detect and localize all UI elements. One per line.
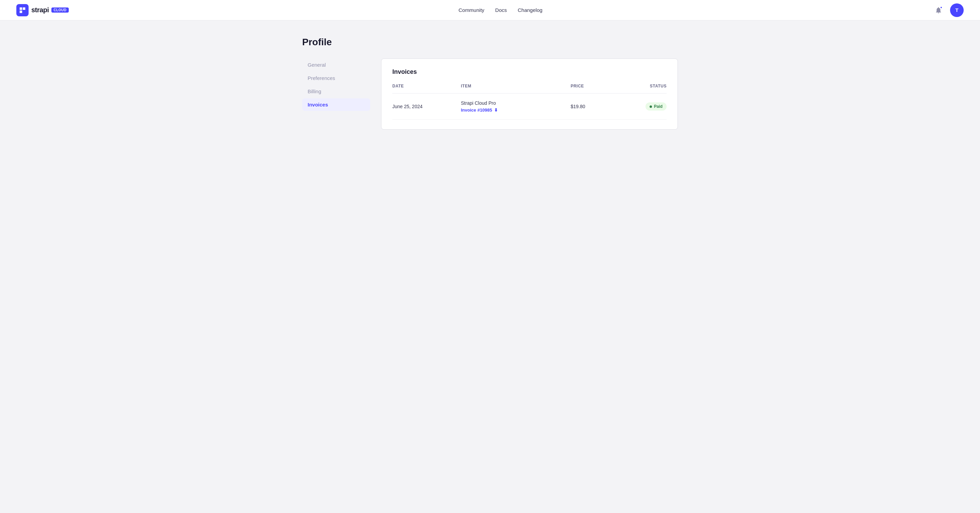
main-content: Invoices DATE ITEM PRICE STATUS June 25,…: [381, 59, 678, 130]
table-header-row: DATE ITEM PRICE STATUS: [392, 84, 667, 94]
invoice-download-link[interactable]: Invoice #10985 ⬇: [461, 108, 498, 113]
table-head: DATE ITEM PRICE STATUS: [392, 84, 667, 94]
table-row: June 25, 2024 Strapi Cloud Pro Invoice #…: [392, 94, 667, 120]
table-body: June 25, 2024 Strapi Cloud Pro Invoice #…: [392, 94, 667, 120]
invoice-date: June 25, 2024: [392, 94, 461, 120]
sidebar-item-preferences[interactable]: Preferences: [302, 72, 370, 84]
sidebar-item-invoices[interactable]: Invoices: [302, 98, 370, 111]
status-badge: Paid: [646, 102, 667, 111]
invoices-table: DATE ITEM PRICE STATUS June 25, 2024 Str…: [392, 84, 667, 120]
col-item: ITEM: [461, 84, 571, 94]
download-icon: ⬇: [494, 108, 498, 113]
notification-dot: [940, 6, 943, 9]
col-price: PRICE: [571, 84, 625, 94]
invoices-card: Invoices DATE ITEM PRICE STATUS June 25,…: [381, 59, 678, 130]
nav-docs[interactable]: Docs: [495, 7, 507, 13]
item-name: Strapi Cloud Pro: [461, 100, 571, 106]
invoice-link-label: Invoice #10985: [461, 108, 492, 113]
invoice-price: $19.80: [571, 94, 625, 120]
status-label: Paid: [654, 104, 662, 109]
invoice-status-cell: Paid: [625, 94, 667, 120]
nav-changelog[interactable]: Changelog: [518, 7, 543, 13]
notifications-button[interactable]: [932, 4, 945, 16]
content-layout: General Preferences Billing Invoices Inv…: [302, 59, 678, 130]
header: strapi CLOUD Community Docs Changelog T: [0, 0, 980, 21]
sidebar: General Preferences Billing Invoices: [302, 59, 370, 111]
strapi-logo-icon: [16, 4, 29, 16]
status-dot: [649, 105, 652, 108]
cloud-badge: CLOUD: [51, 8, 68, 13]
page-title: Profile: [302, 37, 678, 48]
invoice-item: Strapi Cloud Pro Invoice #10985 ⬇: [461, 94, 571, 120]
header-nav: Community Docs Changelog: [458, 7, 542, 13]
sidebar-item-general[interactable]: General: [302, 59, 370, 71]
header-actions: T: [932, 3, 964, 17]
logo-area: strapi CLOUD: [16, 4, 69, 16]
logo-text: strapi: [31, 6, 49, 14]
page-wrapper: Profile General Preferences Billing Invo…: [286, 21, 694, 130]
col-date: DATE: [392, 84, 461, 94]
invoices-card-title: Invoices: [392, 68, 667, 76]
col-status: STATUS: [625, 84, 667, 94]
nav-community[interactable]: Community: [458, 7, 484, 13]
sidebar-item-billing[interactable]: Billing: [302, 85, 370, 98]
user-avatar-button[interactable]: T: [950, 3, 964, 17]
